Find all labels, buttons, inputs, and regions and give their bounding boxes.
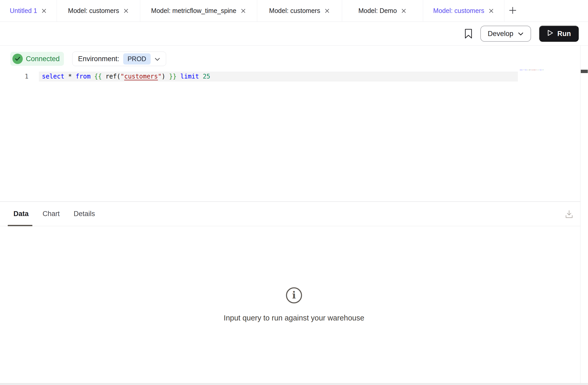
new-tab-button[interactable] <box>504 0 521 22</box>
code-token: ref <box>106 73 117 80</box>
code-token: * <box>68 73 72 80</box>
environment-selector[interactable]: Environment: PROD <box>72 52 166 66</box>
code-token: from <box>76 73 91 80</box>
code-token <box>72 73 76 80</box>
results-panel-header: Data Chart Details <box>0 201 580 226</box>
ide-window: Untitled 1 Model: customers Model: metri… <box>0 0 588 385</box>
code-token: select <box>42 73 64 80</box>
check-circle-icon <box>12 54 23 64</box>
tab-label: Model: customers <box>433 7 484 15</box>
develop-label: Develop <box>488 30 513 38</box>
code-token: {{ <box>94 73 102 80</box>
develop-button[interactable]: Develop <box>480 26 531 42</box>
tab-label: Model: customers <box>269 7 320 15</box>
tab-untitled-1[interactable]: Untitled 1 <box>0 0 57 22</box>
tab-label: Untitled 1 <box>10 7 37 15</box>
tab-details[interactable]: Details <box>74 210 95 218</box>
status-row: Connected Environment: PROD <box>10 52 166 66</box>
scrollbar-thumb[interactable] <box>581 70 588 73</box>
tab-bar: Untitled 1 Model: customers Model: metri… <box>0 0 588 22</box>
tab-model-metricflow-time-spine[interactable]: Model: metricflow_time_spine <box>140 0 257 22</box>
environment-value-badge: PROD <box>123 53 151 65</box>
code-token: ( <box>117 73 120 80</box>
code-token <box>165 73 169 80</box>
close-icon[interactable] <box>240 8 246 14</box>
close-icon[interactable] <box>41 8 47 14</box>
tab-chart[interactable]: Chart <box>43 210 60 218</box>
line-number: 1 <box>0 72 28 81</box>
toolbar: Develop Run <box>0 22 588 46</box>
empty-state-message: Input query to run against your warehous… <box>224 314 364 322</box>
code-token: limit <box>180 73 199 80</box>
chevron-down-icon <box>518 30 524 38</box>
close-icon[interactable] <box>401 8 407 14</box>
chevron-down-icon <box>155 55 160 63</box>
info-icon-glyph: i <box>292 290 296 300</box>
tab-model-demo[interactable]: Model: Demo <box>342 0 423 22</box>
run-label: Run <box>557 30 571 38</box>
code-text[interactable]: select * from {{ ref("customers") }} lim… <box>42 72 210 81</box>
code-editor[interactable]: 1 select * from {{ ref("customers") }} l… <box>0 72 580 81</box>
tab-label: Model: metricflow_time_spine <box>151 7 236 15</box>
active-tab-underline <box>8 225 32 226</box>
code-token: 25 <box>203 73 210 80</box>
download-icon[interactable] <box>565 210 574 220</box>
tab-label: Model: customers <box>68 7 119 15</box>
code-token <box>64 73 68 80</box>
tab-model-customers-2[interactable]: Model: customers <box>257 0 342 22</box>
results-panel-tabs: Data Chart Details <box>13 202 95 226</box>
code-token: " <box>158 73 161 80</box>
tab-model-customers-1[interactable]: Model: customers <box>57 0 140 22</box>
empty-state: i Input query to run against your wareho… <box>0 287 588 322</box>
code-token <box>199 73 203 80</box>
environment-label: Environment: <box>78 55 119 63</box>
connected-label: Connected <box>26 55 60 63</box>
code-token: " <box>120 73 124 80</box>
tab-model-customers-3[interactable]: Model: customers <box>423 0 504 22</box>
window-bottom-edge <box>0 383 588 385</box>
code-token: }} <box>169 73 177 80</box>
close-icon[interactable] <box>488 8 494 14</box>
code-token <box>102 73 105 80</box>
close-icon[interactable] <box>123 8 129 14</box>
right-rail-divider <box>580 46 580 383</box>
code-token <box>177 73 180 80</box>
info-icon: i <box>286 287 302 303</box>
tab-data[interactable]: Data <box>13 210 29 218</box>
play-icon <box>547 29 554 38</box>
plus-icon <box>508 6 517 16</box>
code-token-ref-link[interactable]: customers <box>124 73 158 80</box>
close-icon[interactable] <box>324 8 330 14</box>
run-button[interactable]: Run <box>539 26 579 42</box>
editor-minimap[interactable]: select * from {{ ref("customers") }} lim… <box>520 69 543 71</box>
code-token <box>91 73 94 80</box>
code-token: ) <box>161 73 165 80</box>
bookmark-icon[interactable] <box>465 28 472 39</box>
tab-label: Model: Demo <box>358 7 397 15</box>
connected-badge: Connected <box>10 52 64 66</box>
